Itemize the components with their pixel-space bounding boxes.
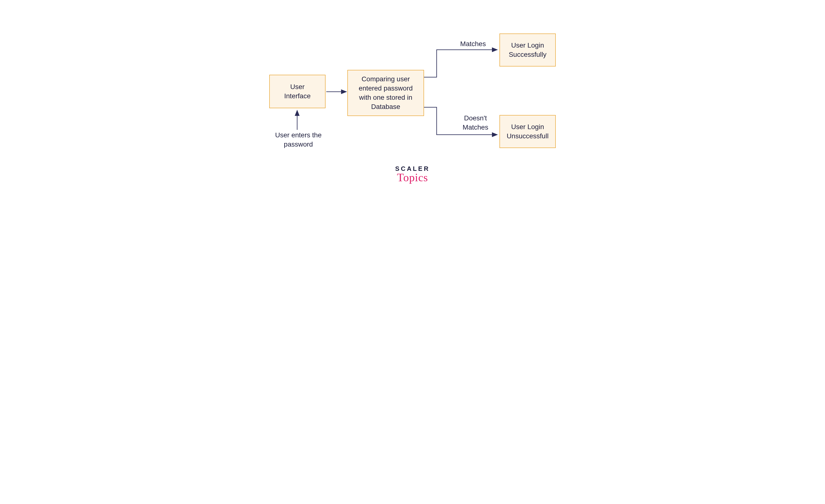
label-doesnt-match: Doesn't Matches <box>454 114 497 132</box>
node-user-interface: UserInterface <box>269 75 325 108</box>
node-login-fail: User Login Unsuccessfull <box>500 115 556 148</box>
brand-line2: Topics <box>395 171 430 184</box>
flowchart-canvas: UserInterface Comparing user entered pas… <box>242 0 583 208</box>
node-user-interface-text: UserInterface <box>284 82 311 101</box>
brand-logo: SCALER Topics <box>395 165 430 184</box>
label-matches: Matches <box>454 39 493 49</box>
node-login-success-text: User Login Successfully <box>504 41 551 59</box>
arrow-compare-to-success <box>424 50 497 77</box>
node-compare-password: Comparing user entered password with one… <box>347 70 424 116</box>
label-user-enters-password: User enters the password <box>272 131 325 149</box>
node-login-success: User Login Successfully <box>500 33 556 67</box>
node-compare-password-text: Comparing user entered password with one… <box>352 74 419 111</box>
node-login-fail-text: User Login Unsuccessfull <box>504 122 551 141</box>
